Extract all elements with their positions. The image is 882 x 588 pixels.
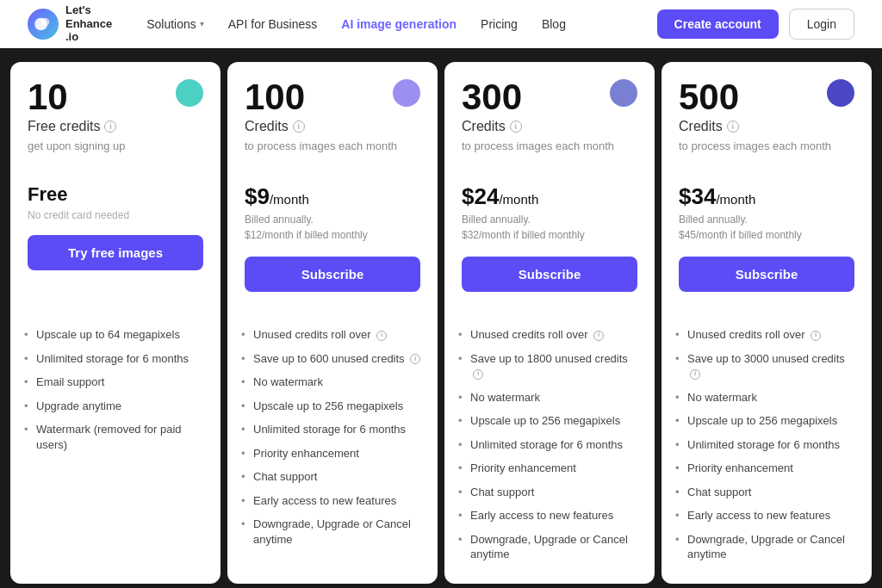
feature-item: Downgrade, Upgrade or Cancel anytime: [241, 512, 424, 551]
plan-price: $9/month: [245, 183, 420, 210]
credits-sub: get upon signing up: [28, 139, 203, 152]
credit-dot: [176, 79, 203, 107]
feature-item: Downgrade, Upgrade or Cancel anytime: [458, 528, 641, 566]
feature-info-icon[interactable]: i: [593, 331, 604, 341]
nav-solutions[interactable]: Solutions ▾: [146, 17, 204, 31]
feature-item: Priority enhancement: [241, 442, 424, 466]
logo[interactable]: Let's Enhance .io: [28, 3, 112, 44]
info-icon[interactable]: i: [727, 121, 739, 133]
nav-blog[interactable]: Blog: [542, 17, 566, 31]
credit-dot: [610, 79, 637, 107]
feature-item: Watermark (removed for paid users): [24, 418, 207, 456]
feature-item: Email support: [24, 370, 207, 394]
feature-item: Priority enhancement: [458, 456, 641, 480]
feature-item: Early access to new features: [241, 489, 424, 513]
features-list: Unused credits roll over iSave up to 600…: [241, 323, 424, 551]
credits-label: Free credits i: [28, 119, 203, 134]
info-icon[interactable]: i: [293, 121, 305, 133]
plan-action-button[interactable]: Subscribe: [679, 257, 854, 292]
features-card-1: Unused credits roll over iSave up to 600…: [227, 309, 438, 584]
plan-billing: Billed annually.$12/month if billed mont…: [245, 212, 420, 243]
credit-dot: [827, 79, 854, 107]
top-card-2: 300 Credits i to process images each mon…: [444, 62, 655, 166]
nav-links: Solutions ▾ API for Business AI image ge…: [146, 17, 656, 31]
top-card-1: 100 Credits i to process images each mon…: [227, 62, 438, 166]
feature-item: No watermark: [675, 386, 858, 410]
feature-item: Unlimited storage for 6 months: [675, 433, 858, 457]
features-list: Unused credits roll over iSave up to 180…: [458, 323, 641, 566]
main-content: 10 Free credits i get upon signing up 10…: [0, 48, 882, 588]
feature-info-icon[interactable]: i: [410, 354, 420, 364]
feature-item: Chat support: [241, 465, 424, 489]
features-cards-row: Upscale up to 64 megapixelsUnlimited sto…: [0, 309, 882, 588]
features-list: Unused credits roll over iSave up to 300…: [675, 323, 858, 566]
feature-item: No watermark: [241, 370, 424, 394]
feature-item: Unlimited storage for 6 months: [458, 433, 641, 457]
credits-cards-row: 10 Free credits i get upon signing up 10…: [0, 55, 882, 166]
nav-pricing[interactable]: Pricing: [481, 17, 518, 31]
credits-sub: to process images each month: [679, 139, 854, 152]
nav-ai-image[interactable]: AI image generation: [341, 17, 457, 31]
credit-dot: [393, 79, 420, 107]
feature-item: Upscale up to 64 megapixels: [24, 323, 207, 347]
feature-item: Unlimited storage for 6 months: [241, 418, 424, 442]
feature-item: Save up to 600 unused credits i: [241, 347, 424, 371]
features-card-0: Upscale up to 64 megapixelsUnlimited sto…: [10, 309, 220, 584]
logo-icon: [28, 9, 59, 40]
feature-item: Upscale up to 256 megapixels: [241, 394, 424, 418]
plan-action-button[interactable]: Subscribe: [462, 257, 637, 292]
top-card-0: 10 Free credits i get upon signing up: [10, 62, 220, 166]
create-account-button[interactable]: Create account: [657, 9, 779, 39]
nav-api[interactable]: API for Business: [228, 17, 318, 31]
feature-item: Unused credits roll over i: [675, 323, 858, 347]
features-list: Upscale up to 64 megapixelsUnlimited sto…: [24, 323, 207, 456]
plan-name: Free: [28, 183, 203, 206]
plan-card-1: $9/month Billed annually.$12/month if bi…: [227, 166, 438, 309]
plan-billing: Billed annually.$32/month if billed mont…: [462, 212, 637, 243]
credits-sub: to process images each month: [462, 139, 637, 152]
features-card-2: Unused credits roll over iSave up to 180…: [444, 309, 655, 584]
plan-action-button[interactable]: Subscribe: [245, 257, 420, 292]
nav-actions: Create account Login: [657, 9, 854, 40]
feature-item: Downgrade, Upgrade or Cancel anytime: [675, 528, 858, 566]
plan-card-2: $24/month Billed annually.$32/month if b…: [444, 166, 655, 309]
plan-cards-row: Free No credit card needed Try free imag…: [0, 166, 882, 309]
navbar: Let's Enhance .io Solutions ▾ API for Bu…: [0, 0, 882, 48]
chevron-down-icon: ▾: [200, 19, 204, 28]
plan-card-3: $34/month Billed annually.$45/month if b…: [662, 166, 872, 309]
feature-item: Save up to 1800 unused credits i: [458, 347, 641, 386]
feature-item: Save up to 3000 unused credits i: [675, 347, 858, 386]
feature-item: Early access to new features: [675, 504, 858, 528]
feature-item: Unlimited storage for 6 months: [24, 347, 207, 371]
plan-card-0: Free No credit card needed Try free imag…: [10, 166, 220, 309]
plan-action-button[interactable]: Try free images: [28, 235, 203, 270]
svg-point-1: [41, 17, 50, 26]
feature-item: No watermark: [458, 386, 641, 410]
feature-info-icon[interactable]: i: [690, 369, 700, 380]
feature-item: Upscale up to 256 megapixels: [458, 409, 641, 433]
info-icon[interactable]: i: [104, 121, 116, 133]
plan-price: $24/month: [462, 183, 637, 210]
plan-billing: Billed annually.$45/month if billed mont…: [679, 212, 854, 243]
feature-item: Chat support: [458, 480, 641, 504]
credits-sub: to process images each month: [245, 139, 420, 152]
feature-info-icon[interactable]: i: [811, 331, 821, 341]
feature-item: Early access to new features: [458, 504, 641, 528]
credits-label: Credits i: [245, 119, 420, 134]
info-icon[interactable]: i: [510, 121, 522, 133]
feature-info-icon[interactable]: i: [473, 369, 483, 380]
features-card-3: Unused credits roll over iSave up to 300…: [662, 309, 872, 584]
feature-item: Unused credits roll over i: [241, 323, 424, 347]
feature-item: Upscale up to 256 megapixels: [675, 409, 858, 433]
top-card-3: 500 Credits i to process images each mon…: [662, 62, 872, 166]
credits-label: Credits i: [679, 119, 854, 134]
feature-item: Priority enhancement: [675, 456, 858, 480]
plan-price: $34/month: [679, 183, 854, 210]
feature-item: Upgrade anytime: [24, 394, 207, 418]
feature-info-icon[interactable]: i: [376, 331, 387, 341]
login-button[interactable]: Login: [789, 9, 854, 40]
feature-item: Chat support: [675, 480, 858, 504]
credits-label: Credits i: [462, 119, 637, 134]
plan-no-cc: No credit card needed: [28, 209, 203, 221]
feature-item: Unused credits roll over i: [458, 323, 641, 347]
